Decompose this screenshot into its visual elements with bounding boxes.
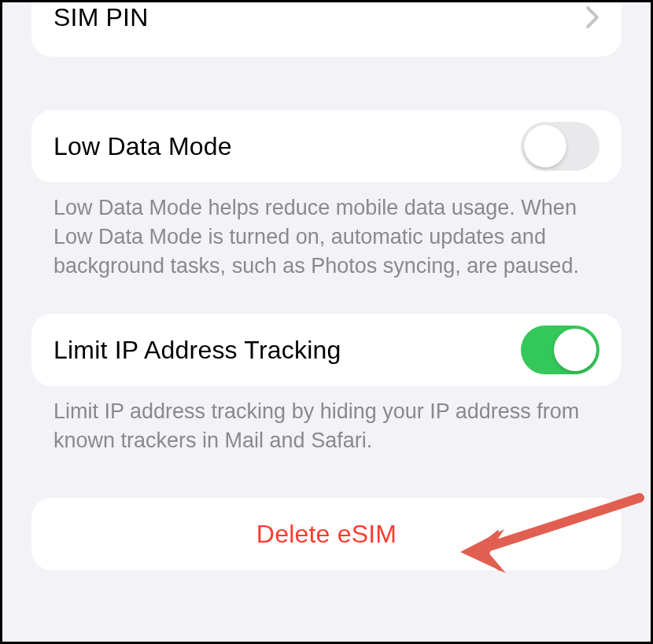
sim-pin-group: SIM PIN [31, 0, 622, 57]
low-data-mode-label: Low Data Mode [53, 132, 232, 161]
toggle-knob [554, 329, 596, 371]
delete-esim-row[interactable]: Delete eSIM [31, 498, 622, 570]
low-data-mode-footer: Low Data Mode helps reduce mobile data u… [31, 182, 622, 281]
low-data-mode-group: Low Data Mode [31, 110, 622, 182]
limit-ip-tracking-group: Limit IP Address Tracking [31, 314, 622, 386]
limit-ip-tracking-row[interactable]: Limit IP Address Tracking [31, 314, 622, 386]
sim-pin-label: SIM PIN [53, 3, 149, 32]
limit-ip-tracking-toggle[interactable] [521, 326, 600, 374]
settings-screen: SIM PIN Low Data Mode Low Data Mode help… [2, 0, 651, 617]
delete-esim-label: Delete eSIM [256, 520, 397, 549]
chevron-right-icon [585, 6, 600, 29]
limit-ip-tracking-footer: Limit IP address tracking by hiding your… [31, 386, 622, 455]
limit-ip-tracking-label: Limit IP Address Tracking [53, 336, 341, 365]
low-data-mode-row[interactable]: Low Data Mode [31, 110, 622, 182]
sim-pin-row[interactable]: SIM PIN [31, 0, 622, 57]
low-data-mode-toggle[interactable] [521, 122, 600, 171]
toggle-knob [524, 125, 566, 167]
delete-esim-group: Delete eSIM [31, 498, 622, 570]
